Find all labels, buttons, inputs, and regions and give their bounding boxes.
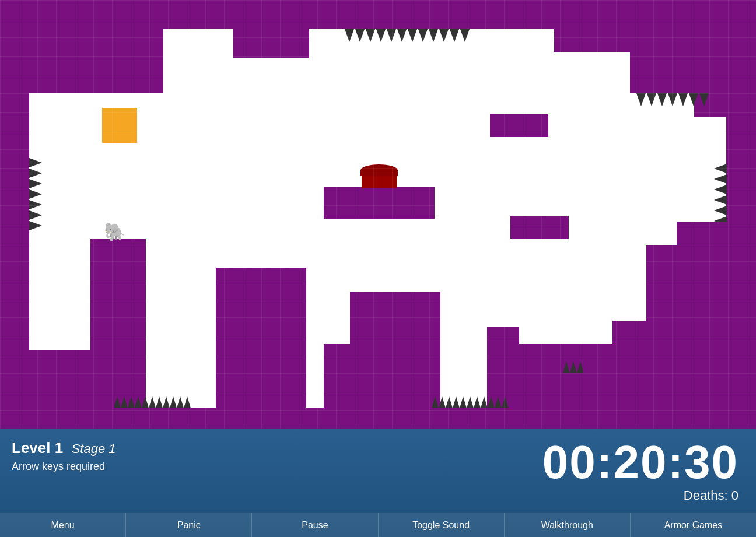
orange-block-1 [102,108,137,143]
toggle-sound-button[interactable]: Toggle Sound [379,513,505,537]
walkthrough-button[interactable]: Walkthrough [505,513,631,537]
menu-button[interactable]: Menu [0,513,126,537]
level-info: Level 1 Stage 1 Arrow keys required [12,439,116,473]
pause-button[interactable]: Pause [252,513,378,537]
deaths-counter: Deaths: 0 [542,488,738,503]
level-title: Level 1 [12,439,63,457]
stage-label: Stage 1 [72,441,116,456]
game-area: 🐘 [0,0,756,429]
level-subtitle: Arrow keys required [12,461,116,473]
hud: Level 1 Stage 1 Arrow keys required 00:2… [0,429,756,537]
timer-area: 00:20:30 Deaths: 0 [542,439,738,503]
red-button [360,164,398,176]
game-timer: 00:20:30 [542,439,738,486]
elephant-character: 🐘 [104,222,125,242]
hud-buttons: Menu Panic Pause Toggle Sound Walkthroug… [0,513,756,537]
panic-button[interactable]: Panic [126,513,252,537]
armor-games-button[interactable]: Armor Games [631,513,756,537]
